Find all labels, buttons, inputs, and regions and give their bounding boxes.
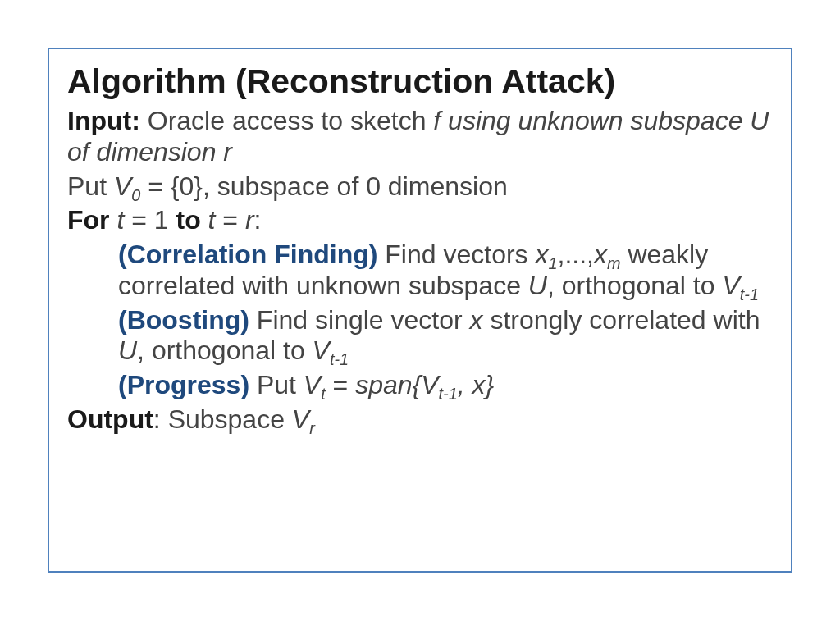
algorithm-title: Algorithm (Reconstruction Attack) (67, 62, 773, 101)
corr-xm: x (594, 240, 607, 269)
for-eq1: = 1 (124, 205, 176, 235)
boost-V: V (313, 336, 330, 365)
output-Vs: r (309, 419, 315, 437)
for-r: r (245, 205, 254, 235)
boosting-label: (Boosting) (118, 305, 249, 335)
progress-step: (Progress) Put Vt = span{Vt-1, x} (67, 370, 773, 401)
for-t2: t (201, 205, 216, 235)
boost-x: x (470, 305, 483, 335)
prog-text1: Put (249, 370, 304, 399)
init-line: Put V0 = {0}, subspace of 0 dimension (67, 171, 773, 203)
output-line: Output: Subspace Vr (67, 404, 773, 436)
corr-x1: x (535, 240, 548, 269)
prog-Vt: V (304, 370, 321, 399)
boosting-step: (Boosting) Find single vector x strongly… (67, 305, 773, 368)
corr-text1: Find vectors (377, 240, 535, 269)
init-var: V (114, 171, 131, 201)
init-rest: = {0}, subspace of 0 dimension (140, 171, 507, 201)
to-label: to (176, 205, 200, 235)
boost-text2: strongly correlated with (483, 305, 760, 335)
input-line: Input: Oracle access to sketch f using u… (67, 106, 773, 168)
slide: Algorithm (Reconstruction Attack) Input:… (0, 0, 840, 630)
output-colon: : Subspace (153, 404, 292, 434)
init-prefix: Put (67, 171, 114, 201)
for-t1: t (110, 205, 125, 235)
input-text: Oracle access to sketch (140, 106, 433, 135)
prog-span2: , x} (458, 370, 494, 399)
for-label: For (67, 205, 110, 235)
boost-text3: , orthogonal to (137, 336, 312, 365)
algorithm-box: Algorithm (Reconstruction Attack) Input:… (48, 48, 792, 573)
corr-U: U (528, 271, 547, 300)
corr-dots: ,..., (558, 240, 594, 269)
correlation-label: (Correlation Finding) (118, 240, 377, 269)
boost-U: U (118, 336, 137, 365)
for-eq2: = (215, 205, 244, 235)
boost-text1: Find single vector (249, 305, 470, 335)
correlation-step: (Correlation Finding) Find vectors x1,..… (67, 240, 773, 302)
boost-Vs: t-1 (330, 351, 349, 369)
corr-V: V (722, 271, 739, 300)
input-label: Input: (67, 106, 140, 135)
progress-label: (Progress) (118, 370, 249, 399)
init-sub: 0 (131, 186, 140, 204)
prog-spans: t-1 (439, 386, 458, 404)
prog-span1: span{V (355, 370, 438, 399)
for-colon: : (254, 205, 262, 235)
prog-eq: = (326, 370, 355, 399)
corr-text3: , orthogonal to (547, 271, 722, 300)
for-line: For t = 1 to t = r: (67, 205, 773, 236)
output-label: Output (67, 404, 153, 434)
corr-Vs: t-1 (740, 285, 759, 304)
output-V: V (292, 404, 309, 434)
